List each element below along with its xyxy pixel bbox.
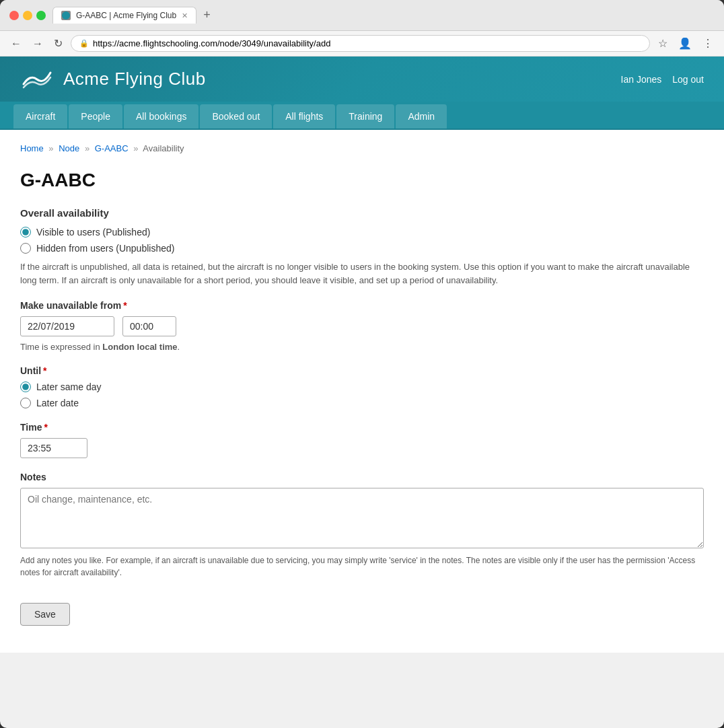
breadcrumb-aircraft[interactable]: G-AABC bbox=[95, 143, 129, 153]
availability-radio-group: Visible to users (Published) Hidden from… bbox=[20, 227, 704, 254]
until-label: Until* bbox=[20, 365, 704, 376]
nav-item-training[interactable]: Training bbox=[336, 104, 394, 129]
make-unavailable-label: Make unavailable from* bbox=[20, 300, 704, 311]
nav-item-all-flights[interactable]: All flights bbox=[273, 104, 335, 129]
site-navigation: Aircraft People All bookings Booked out … bbox=[0, 102, 724, 130]
breadcrumb: Home » Node » G-AABC » Availability bbox=[20, 143, 704, 153]
site-header: Acme Flying Club Ian Jones Log out bbox=[0, 57, 724, 102]
tab-bar: G-AABC | Acme Flying Club ✕ + bbox=[52, 7, 715, 24]
radio-later-date-label: Later date bbox=[36, 398, 79, 408]
overall-availability-label: Overall availability bbox=[20, 207, 704, 219]
back-button[interactable]: ← bbox=[8, 36, 24, 51]
notes-label: Notes bbox=[20, 472, 704, 482]
site-logo: Acme Flying Club bbox=[20, 67, 206, 91]
time-required-marker: * bbox=[44, 422, 47, 433]
breadcrumb-sep-1: » bbox=[48, 143, 53, 153]
until-radio-group: Later same day Later date bbox=[20, 381, 704, 408]
lock-icon: 🔒 bbox=[79, 39, 89, 48]
bookmark-button[interactable]: ☆ bbox=[655, 36, 670, 51]
breadcrumb-sep-2: » bbox=[85, 143, 89, 153]
tab-title: G-AABC | Acme Flying Club bbox=[76, 11, 176, 20]
make-unavailable-section: Make unavailable from* Time is expressed… bbox=[20, 300, 704, 352]
site-title: Acme Flying Club bbox=[63, 69, 206, 89]
notes-help-text: Add any notes you like. For example, if … bbox=[20, 554, 704, 579]
radio-later-date-option[interactable]: Later date bbox=[20, 398, 704, 408]
radio-same-day-option[interactable]: Later same day bbox=[20, 381, 704, 392]
time-section: Time* bbox=[20, 422, 704, 458]
radio-published-option[interactable]: Visible to users (Published) bbox=[20, 227, 704, 238]
nav-item-people[interactable]: People bbox=[69, 104, 122, 129]
minimize-window-button[interactable] bbox=[23, 11, 32, 20]
url-display: https://acme.flightschooling.com/node/30… bbox=[93, 38, 641, 48]
radio-published-input[interactable] bbox=[20, 227, 31, 238]
radio-same-day-input[interactable] bbox=[20, 381, 31, 392]
tab-favicon-icon bbox=[61, 11, 71, 20]
breadcrumb-sep-3: » bbox=[133, 143, 138, 153]
radio-unpublished-option[interactable]: Hidden from users (Unpublished) bbox=[20, 243, 704, 254]
until-required-marker: * bbox=[43, 365, 46, 376]
header-user-area: Ian Jones Log out bbox=[621, 74, 704, 85]
breadcrumb-home[interactable]: Home bbox=[20, 143, 44, 153]
date-from-input[interactable] bbox=[20, 316, 114, 336]
date-time-row bbox=[20, 316, 704, 336]
breadcrumb-node[interactable]: Node bbox=[59, 143, 79, 153]
radio-unpublished-input[interactable] bbox=[20, 243, 31, 254]
save-button[interactable]: Save bbox=[20, 603, 70, 626]
user-name: Ian Jones bbox=[621, 74, 662, 85]
time-note: Time is expressed in London local time. bbox=[20, 342, 704, 352]
required-marker: * bbox=[123, 300, 126, 311]
new-tab-button[interactable]: + bbox=[201, 8, 213, 22]
logout-button[interactable]: Log out bbox=[672, 74, 704, 85]
maximize-window-button[interactable] bbox=[36, 11, 46, 20]
radio-later-date-input[interactable] bbox=[20, 398, 31, 408]
logo-icon bbox=[20, 67, 54, 91]
radio-unpublished-label: Hidden from users (Unpublished) bbox=[36, 243, 174, 254]
nav-item-aircraft[interactable]: Aircraft bbox=[13, 104, 67, 129]
radio-published-label: Visible to users (Published) bbox=[36, 227, 150, 238]
nav-item-all-bookings[interactable]: All bookings bbox=[124, 104, 199, 129]
menu-button[interactable]: ⋮ bbox=[700, 36, 716, 51]
page-title: G-AABC bbox=[20, 170, 704, 191]
browser-toolbar: ← → ↻ 🔒 https://acme.flightschooling.com… bbox=[0, 31, 724, 57]
availability-help-text: If the aircraft is unpublished, all data… bbox=[20, 260, 704, 287]
time-label: Time* bbox=[20, 422, 704, 433]
svg-point-0 bbox=[62, 11, 70, 20]
address-bar[interactable]: 🔒 https://acme.flightschooling.com/node/… bbox=[71, 35, 650, 52]
notes-textarea[interactable] bbox=[20, 488, 704, 548]
active-tab[interactable]: G-AABC | Acme Flying Club ✕ bbox=[52, 7, 196, 24]
radio-same-day-label: Later same day bbox=[36, 381, 102, 392]
main-content: Home » Node » G-AABC » Availability G-AA… bbox=[0, 130, 724, 653]
forward-button[interactable]: → bbox=[30, 36, 46, 51]
breadcrumb-current: Availability bbox=[143, 143, 184, 153]
time-until-input[interactable] bbox=[20, 438, 87, 458]
browser-titlebar: G-AABC | Acme Flying Club ✕ + bbox=[0, 0, 724, 31]
close-window-button[interactable] bbox=[9, 11, 19, 20]
time-from-input[interactable] bbox=[122, 316, 176, 336]
overall-availability-section: Overall availability Visible to users (P… bbox=[20, 207, 704, 287]
until-section: Until* Later same day Later date bbox=[20, 365, 704, 408]
account-button[interactable]: 👤 bbox=[676, 36, 694, 51]
traffic-lights bbox=[9, 11, 46, 20]
notes-section: Notes Add any notes you like. For exampl… bbox=[20, 472, 704, 579]
nav-item-admin[interactable]: Admin bbox=[396, 104, 447, 129]
nav-item-booked-out[interactable]: Booked out bbox=[200, 104, 272, 129]
reload-button[interactable]: ↻ bbox=[51, 36, 65, 51]
time-note-location: London local time bbox=[102, 342, 177, 352]
tab-close-icon[interactable]: ✕ bbox=[182, 11, 188, 20]
